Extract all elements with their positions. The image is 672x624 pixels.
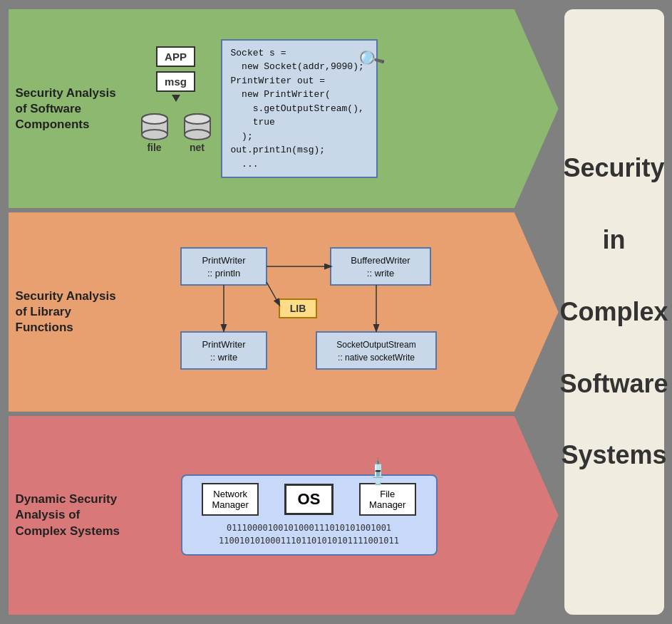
svg-rect-23 — [316, 332, 436, 369]
svg-text::: write: :: write — [366, 268, 393, 279]
file-manager-label: FileManager — [369, 489, 405, 510]
db-pair: file — [138, 112, 214, 153]
svg-rect-15 — [331, 248, 430, 285]
pink-section-label: Dynamic Security Analysis of Complex Sys… — [16, 492, 126, 539]
binary-text-2: 11001010100011101101010101111001011 — [192, 534, 426, 547]
pink-section: Dynamic Security Analysis of Complex Sys… — [9, 416, 559, 615]
code-line-7: ); — [231, 130, 368, 144]
net-label: net — [190, 142, 205, 153]
main-container: Security Analysis of Software Components… — [9, 9, 664, 615]
green-section: Security Analysis of Software Components… — [9, 9, 559, 208]
right-column: SecurityinComplexSoftwareSystems — [564, 9, 664, 615]
svg-text:SocketOutputStream: SocketOutputStream — [336, 340, 415, 350]
code-line-2: new Socket(addr,9090); — [231, 60, 368, 74]
orange-content: PrintWriter :: println BufferedWriter ::… — [138, 219, 519, 404]
binary-text-1: 01110000100101000111010101001001 — [192, 521, 426, 534]
msg-box: msg — [156, 71, 195, 92]
orange-section-label: Security Analysis of Library Functions — [16, 288, 126, 336]
svg-text::: write: :: write — [210, 352, 237, 363]
network-manager-label: NetworkManager — [212, 489, 249, 510]
svg-text:PrintWriter: PrintWriter — [202, 255, 246, 266]
file-manager-box: FileManager — [359, 483, 416, 516]
network-manager-box: NetworkManager — [202, 483, 259, 516]
green-content: APP msg — [138, 21, 519, 197]
code-line-5: s.getOutputStream(), — [231, 102, 368, 116]
complex-top-row: 💉 NetworkManager OS FileManager — [192, 483, 426, 516]
svg-text::: native socketWrite: :: native socketWrite — [338, 353, 415, 363]
svg-text::: println: :: println — [207, 268, 239, 279]
svg-line-29 — [267, 282, 279, 305]
code-line-3: PrintWriter out = — [231, 74, 368, 88]
svg-point-5 — [142, 114, 167, 124]
right-title: SecurityinComplexSoftwareSystems — [559, 150, 668, 474]
app-box: APP — [156, 46, 195, 67]
os-label: OS — [298, 490, 321, 508]
svg-point-10 — [185, 130, 210, 140]
net-db: net — [181, 112, 214, 153]
svg-rect-12 — [181, 248, 267, 285]
code-box: Socket s = new Socket(addr,9090); PrintW… — [221, 39, 378, 179]
svg-point-4 — [142, 130, 167, 140]
svg-text:LIB: LIB — [289, 303, 306, 314]
app-msg-area: APP msg — [138, 46, 214, 153]
svg-point-11 — [185, 114, 210, 124]
pink-content: 💉 NetworkManager OS FileManager 0111 — [138, 423, 519, 608]
file-label: file — [147, 142, 161, 153]
left-column: Security Analysis of Software Components… — [9, 9, 559, 615]
code-line-1: Socket s = — [231, 46, 368, 61]
orange-section: Security Analysis of Library Functions P… — [9, 212, 559, 411]
down-arrow — [172, 95, 180, 102]
green-section-label: Security Analysis of Software Components — [16, 85, 126, 132]
code-line-6: true — [231, 115, 368, 130]
file-db: file — [138, 112, 171, 153]
complex-inner: 💉 NetworkManager OS FileManager 0111 — [181, 474, 438, 556]
svg-text:PrintWriter: PrintWriter — [202, 339, 246, 350]
lib-diagram-svg: PrintWriter :: println BufferedWriter ::… — [174, 241, 445, 383]
code-line-8: out.println(msg); — [231, 143, 368, 157]
code-line-4: new PrintWriter( — [231, 88, 368, 102]
code-area: APP msg — [138, 39, 480, 179]
code-line-9: ... — [231, 157, 368, 172]
os-box: OS — [284, 484, 334, 515]
svg-rect-20 — [181, 332, 267, 369]
svg-text:BufferedWriter: BufferedWriter — [351, 255, 410, 266]
